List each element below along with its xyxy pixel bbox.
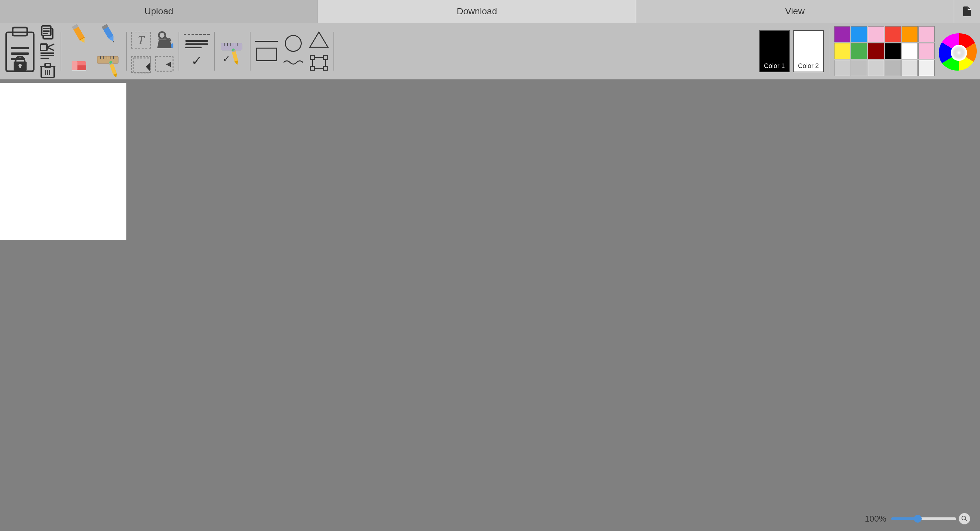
clipboard-paste-button[interactable] xyxy=(3,25,37,78)
svg-rect-10 xyxy=(43,28,49,29)
eraser-button[interactable] xyxy=(65,47,93,82)
color-green[interactable] xyxy=(851,43,867,59)
svg-rect-68 xyxy=(310,56,314,60)
menu-bar: Upload Download View xyxy=(0,0,980,23)
text-tool-button[interactable]: T xyxy=(130,27,152,53)
color1-swatch[interactable]: Color 1 xyxy=(759,30,790,72)
dotted-select-button[interactable] xyxy=(130,54,152,74)
drawing-canvas[interactable] xyxy=(0,83,126,240)
color-purple[interactable] xyxy=(834,26,850,43)
ruler-pencil-icon xyxy=(95,48,121,81)
node-tool-button[interactable] xyxy=(307,53,330,73)
clipboard-icon xyxy=(5,26,35,76)
color2-label: Color 2 xyxy=(797,62,819,70)
color2-group: Color 2 xyxy=(793,30,824,72)
eraser-icon xyxy=(70,53,88,76)
color-wheel[interactable] xyxy=(938,32,977,71)
color-orange[interactable] xyxy=(902,26,918,43)
color-pink2[interactable] xyxy=(918,26,935,43)
menu-extra[interactable] xyxy=(954,0,980,23)
clipboard-sub-group xyxy=(38,23,57,80)
menu-upload[interactable]: Upload xyxy=(0,0,318,23)
circle-icon xyxy=(285,35,302,52)
color-pink3[interactable] xyxy=(918,43,935,59)
pen-blue-icon xyxy=(100,22,118,44)
svg-rect-12 xyxy=(43,33,48,34)
svg-line-14 xyxy=(47,44,54,47)
separator-3 xyxy=(178,32,179,71)
cut-button[interactable] xyxy=(38,42,57,60)
rect-tool-button[interactable] xyxy=(255,46,278,62)
svg-rect-2 xyxy=(11,47,29,49)
zoom-icon[interactable] xyxy=(959,513,970,525)
color1-label: Color 1 xyxy=(763,62,785,70)
circle-tool-button[interactable] xyxy=(283,34,303,53)
color2-swatch[interactable]: Color 2 xyxy=(793,30,824,72)
color-gray5[interactable] xyxy=(902,60,918,76)
color-gray3[interactable] xyxy=(868,60,884,76)
line-style-tools: ✓ xyxy=(183,32,211,70)
checkmark-icon: ✓ xyxy=(191,54,202,68)
color-blue[interactable] xyxy=(851,26,867,43)
delete-button[interactable] xyxy=(38,62,57,80)
color-gray2[interactable] xyxy=(851,60,867,76)
align-lines-button[interactable] xyxy=(184,39,209,49)
pen-button[interactable] xyxy=(94,21,123,46)
color-black[interactable] xyxy=(885,43,901,59)
ruler-check-button[interactable]: ✓ xyxy=(218,35,247,67)
copy-button[interactable] xyxy=(38,23,57,41)
status-bar: 100% xyxy=(865,513,970,525)
ruler-pencil-button[interactable] xyxy=(94,47,123,82)
svg-line-15 xyxy=(47,47,54,51)
dotted-line-button[interactable] xyxy=(183,32,211,36)
checkmark-button[interactable]: ✓ xyxy=(190,52,204,70)
canvas-area[interactable] xyxy=(0,80,980,531)
svg-rect-21 xyxy=(45,63,50,67)
triangle-tool-button[interactable] xyxy=(308,29,330,49)
separator-2 xyxy=(126,32,127,71)
text-fill-tools-group: T xyxy=(130,27,175,74)
color-gray4[interactable] xyxy=(885,60,901,76)
svg-marker-55 xyxy=(166,62,171,67)
text-select-box: T xyxy=(131,32,151,49)
svg-rect-71 xyxy=(323,67,327,70)
separator-color xyxy=(829,29,829,74)
color-yellow[interactable] xyxy=(834,43,850,59)
svg-point-47 xyxy=(159,32,165,38)
ruler-check-icon: ✓ xyxy=(220,36,245,66)
color-red[interactable] xyxy=(885,26,901,43)
color1-group: Color 1 xyxy=(759,30,790,72)
toolbar: T xyxy=(0,23,980,80)
cut-icon xyxy=(39,43,56,60)
dotted-select-box xyxy=(131,56,151,73)
line-tool-button[interactable] xyxy=(254,40,279,43)
svg-line-32 xyxy=(113,41,114,42)
svg-rect-4 xyxy=(11,58,24,60)
color-section: Color 1 Color 2 xyxy=(759,26,977,76)
svg-rect-35 xyxy=(72,61,78,70)
delete-icon xyxy=(39,62,56,79)
wavy-line-icon xyxy=(282,58,305,67)
arrow-select-button[interactable] xyxy=(153,54,175,74)
color-gray1[interactable] xyxy=(834,60,850,76)
node-icon xyxy=(309,54,329,72)
color-gray6[interactable] xyxy=(918,60,935,76)
color-pink-light[interactable] xyxy=(868,26,884,43)
separator-6 xyxy=(334,32,334,71)
svg-line-79 xyxy=(965,519,967,521)
ruler-check-tools: ✓ xyxy=(218,35,247,67)
wavy-tool-button[interactable] xyxy=(281,56,306,69)
svg-point-77 xyxy=(952,46,966,60)
separator-4 xyxy=(214,32,215,71)
color-dark-red[interactable] xyxy=(868,43,884,59)
fill-tool-button[interactable] xyxy=(153,27,175,53)
menu-view[interactable]: View xyxy=(636,0,954,23)
zoom-slider[interactable] xyxy=(891,517,956,520)
svg-marker-67 xyxy=(310,32,328,47)
pencil-button[interactable] xyxy=(65,21,93,46)
color-white[interactable] xyxy=(902,43,918,59)
clipboard-group xyxy=(3,23,57,80)
shape-tools-group3 xyxy=(307,29,330,73)
menu-download[interactable]: Download xyxy=(318,0,636,23)
svg-rect-13 xyxy=(40,44,47,51)
